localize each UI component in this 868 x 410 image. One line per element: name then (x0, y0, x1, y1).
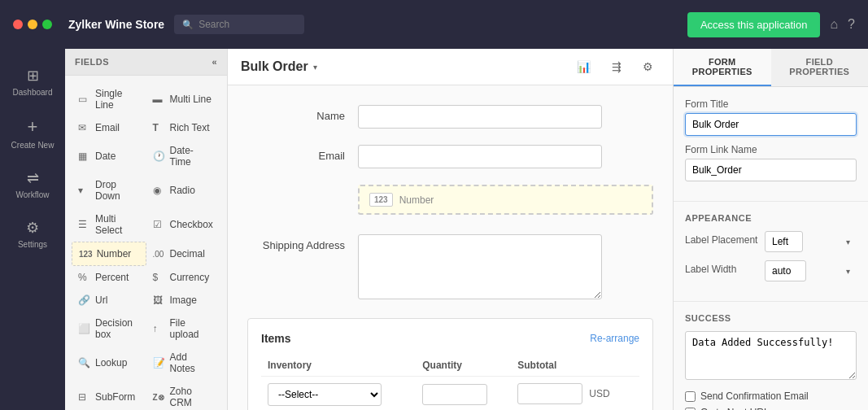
field-label: Multi Select (95, 213, 140, 236)
form-title-dropdown-icon[interactable]: ▾ (313, 63, 317, 72)
quantity-cell (416, 377, 511, 411)
label-placement-select[interactable]: Left Right Top (765, 231, 803, 252)
field-decision-box[interactable]: ⬜ Decision box (72, 312, 146, 346)
name-input[interactable] (358, 105, 602, 129)
label-width-select[interactable]: auto 100px 150px (765, 260, 806, 281)
tab-form-properties[interactable]: FORM PROPERTIES (674, 49, 771, 86)
form-title-input[interactable] (685, 113, 857, 136)
access-application-button[interactable]: Access this application (687, 12, 821, 37)
top-bar: Zylker Wine Store 🔍 Access this applicat… (0, 0, 868, 49)
email-field-row: Email (247, 145, 653, 168)
settings-icon[interactable]: ⚙ (636, 57, 660, 76)
subtotal-input[interactable] (517, 383, 582, 404)
field-zoho-crm[interactable]: Z⊗ Zoho CRM (146, 380, 221, 410)
label-placement-label: Label Placement (685, 234, 758, 246)
field-radio[interactable]: ◉ Radio (146, 173, 221, 207)
name-field-label: Name (247, 105, 345, 122)
currency-label: USD (589, 388, 609, 399)
quantity-input[interactable] (422, 384, 487, 405)
inventory-select[interactable]: --Select-- (268, 383, 382, 406)
email-field-input-wrapper (358, 145, 602, 168)
field-label: Percent (95, 272, 129, 283)
next-url-label: Go to Next URL (700, 407, 770, 410)
help-icon[interactable]: ? (848, 17, 855, 32)
field-label: Rich Text (170, 122, 210, 133)
items-table: Inventory Quantity Subtotal --Select-- (261, 355, 639, 410)
analytics-icon[interactable]: 📊 (570, 57, 597, 76)
lookup-icon: 🔍 (78, 357, 91, 369)
fields-header-label: FIELDS (75, 57, 109, 67)
sidebar: ⊞ Dashboard + Create New ⇌ Workflow ⚙ Se… (0, 49, 65, 410)
form-content: Name Email 123 Number (228, 85, 673, 410)
success-message-textarea[interactable]: Data Added Successfully! (685, 331, 857, 380)
minimize-button[interactable] (28, 20, 37, 29)
form-title-row: Bulk Order ▾ (241, 59, 317, 74)
form-link-input[interactable] (685, 159, 857, 181)
sidebar-item-create-new[interactable]: + Create New (4, 108, 61, 158)
window-controls (13, 20, 52, 29)
name-field-input-wrapper (358, 105, 602, 129)
number-drag-icon: 123 (369, 193, 393, 207)
search-box[interactable]: 🔍 (174, 15, 304, 34)
fields-header: FIELDS « (65, 49, 227, 76)
rearrange-button[interactable]: Re-arrange (590, 333, 639, 344)
image-icon: 🖼 (153, 294, 166, 306)
number-drag-label: Number (399, 194, 434, 206)
field-currency[interactable]: $ Currency (146, 266, 221, 289)
field-lookup[interactable]: 🔍 Lookup (72, 346, 146, 380)
col-inventory: Inventory (261, 355, 416, 377)
field-label: Url (95, 294, 107, 306)
field-single-line[interactable]: ▭ Single Line (72, 82, 146, 116)
search-icon: 🔍 (182, 20, 194, 30)
col-quantity: Quantity (416, 355, 511, 377)
form-toolbar: Bulk Order ▾ 📊 ⇶ ⚙ (228, 49, 673, 85)
field-drop-down[interactable]: ▾ Drop Down (72, 173, 146, 207)
shipping-input[interactable] (358, 234, 602, 299)
close-button[interactable] (13, 20, 23, 29)
label-placement-select-wrapper: Left Right Top (765, 231, 857, 252)
field-date[interactable]: ▦ Date (72, 139, 146, 173)
field-label: Date-Time (170, 145, 215, 168)
sidebar-item-dashboard[interactable]: ⊞ Dashboard (4, 59, 61, 105)
field-label: Currency (170, 272, 210, 283)
field-label: Date (95, 150, 116, 162)
share-icon[interactable]: ⇶ (605, 57, 628, 76)
send-email-row: Send Confirmation Email (685, 390, 857, 402)
radio-icon: ◉ (153, 185, 166, 196)
label-width-select-wrapper: auto 100px 150px (765, 260, 857, 281)
form-title-section: Form Title Form Link Name (674, 87, 868, 202)
maximize-button[interactable] (42, 20, 52, 29)
decision-box-icon: ⬜ (78, 323, 91, 334)
field-image[interactable]: 🖼 Image (146, 289, 221, 312)
sidebar-item-settings[interactable]: ⚙ Settings (4, 211, 61, 257)
field-label: Add Notes (170, 351, 215, 374)
fields-collapse-button[interactable]: « (212, 57, 217, 67)
date-icon: ▦ (78, 150, 91, 162)
tab-field-properties[interactable]: FIELD PROPERTIES (771, 49, 869, 86)
next-url-checkbox[interactable] (685, 408, 696, 411)
field-email[interactable]: ✉ Email (72, 116, 146, 139)
field-multi-line[interactable]: ▬ Multi Line (146, 82, 221, 116)
field-date-time[interactable]: 🕐 Date-Time (146, 139, 221, 173)
field-multi-select[interactable]: ☰ Multi Select (72, 207, 146, 242)
email-input[interactable] (358, 145, 602, 168)
field-number[interactable]: 123 Number (72, 242, 146, 266)
app-title: Zylker Wine Store (68, 18, 164, 31)
field-file-upload[interactable]: ↑ File upload (146, 312, 221, 346)
field-rich-text[interactable]: T Rich Text (146, 116, 221, 139)
decimal-icon: .00 (153, 250, 166, 259)
field-checkbox[interactable]: ☑ Checkbox (146, 207, 221, 242)
send-email-checkbox[interactable] (685, 391, 696, 402)
create-new-icon: + (28, 116, 38, 137)
field-url[interactable]: 🔗 Url (72, 289, 146, 312)
field-label: Drop Down (95, 179, 140, 202)
field-add-notes[interactable]: 📝 Add Notes (146, 346, 221, 380)
field-percent[interactable]: % Percent (72, 266, 146, 289)
search-input[interactable] (198, 19, 296, 30)
rich-text-icon: T (153, 122, 166, 133)
field-subform[interactable]: ⊟ SubForm (72, 380, 146, 410)
sidebar-item-workflow[interactable]: ⇌ Workflow (4, 161, 61, 207)
field-decimal[interactable]: .00 Decimal (146, 242, 221, 266)
field-label: Radio (170, 185, 195, 196)
home-icon[interactable]: ⌂ (830, 17, 838, 32)
